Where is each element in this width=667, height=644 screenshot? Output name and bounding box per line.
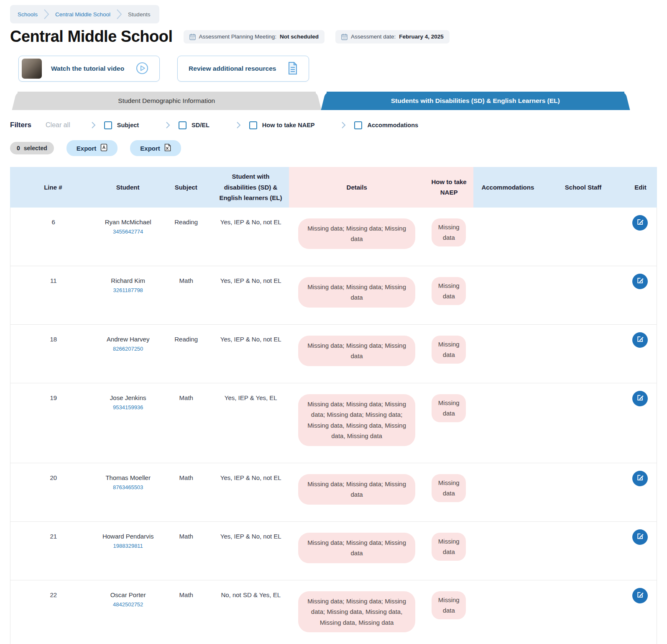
col-student: Student (96, 167, 160, 208)
col-school-staff: School Staff (542, 167, 624, 208)
student-id: 9534159936 (100, 404, 155, 411)
filter-accommodations: Accommodations (354, 121, 418, 129)
details-missing-data-pill: Missing data; Missing data; Missing data (298, 336, 415, 366)
subject-cell: Math (160, 463, 213, 521)
subject-cell: Math (160, 580, 213, 644)
naep-cell: Missing data (424, 383, 473, 463)
col-how-to-take-naep: How to take NAEP (425, 167, 473, 208)
student-name: Thomas Moeller (100, 474, 155, 481)
additional-resources-label: Review additional resources (189, 65, 276, 72)
naep-missing-data-pill: Missing data (432, 533, 466, 561)
table-row: 22 Oscar Porter 4842502752 Math No, not … (10, 580, 657, 644)
subject-cell: Math (160, 383, 213, 463)
details-cell: Missing data; Missing data; Missing data (289, 266, 424, 324)
details-cell: Missing data; Missing data; Missing data (289, 522, 424, 580)
tutorial-video-button[interactable]: Watch the tutorial video (18, 56, 160, 82)
edit-cell (624, 208, 657, 266)
details-missing-data-pill: Missing data; Missing data; Missing data (298, 277, 415, 308)
student-id: 3455642774 (100, 228, 155, 235)
breadcrumb-item-schools[interactable]: Schools (18, 11, 38, 18)
chevron-right-icon (91, 121, 96, 129)
details-missing-data-pill: Missing data; Missing data; Missing data… (298, 394, 415, 446)
details-cell: Missing data; Missing data; Missing data (289, 208, 424, 266)
edit-icon (636, 335, 644, 344)
student-id: 8266207250 (100, 346, 155, 352)
edit-row-button[interactable] (632, 471, 648, 486)
filter-sdel-checkbox[interactable] (179, 121, 187, 129)
tab-student-demographic-information[interactable]: Student Demographic Information (18, 92, 316, 110)
clear-all-filters-button[interactable]: Clear all (46, 121, 70, 129)
table-row: 11 Richard Kim 3261187798 Math Yes, IEP … (10, 266, 657, 324)
page: Schools Central Middle School Students C… (0, 0, 667, 644)
toolbar: 0 selected Export Export (10, 140, 657, 156)
accommodations-cell (473, 580, 542, 644)
student-name: Andrew Harvey (100, 336, 155, 343)
tab-label: Students with Disabilities (SD) & Englis… (391, 97, 560, 105)
accommodations-cell (473, 208, 542, 266)
breadcrumb-chevron-icon (43, 9, 49, 20)
edit-cell (624, 463, 657, 521)
filter-accommodations-checkbox[interactable] (354, 121, 362, 129)
edit-row-button[interactable] (632, 391, 648, 406)
filter-naep-checkbox[interactable] (249, 121, 257, 129)
accommodations-cell (473, 325, 542, 383)
document-icon (288, 62, 298, 76)
selected-count-badge: 0 selected (10, 142, 54, 154)
edit-icon (636, 591, 644, 600)
student-cell: Andrew Harvey 8266207250 (96, 325, 159, 383)
filter-sdel: SD/EL (179, 121, 210, 129)
naep-cell: Missing data (424, 463, 473, 521)
tab-sd-el[interactable]: Students with Disabilities (SD) & Englis… (327, 92, 625, 110)
excel-file-icon (164, 144, 171, 153)
table-header: Line # Student Subject Student with disa… (10, 167, 657, 208)
edit-row-button[interactable] (632, 588, 648, 603)
subject-cell: Math (160, 266, 213, 324)
page-title: Central Middle School (10, 28, 173, 46)
edit-row-button[interactable] (632, 274, 648, 289)
breadcrumb-item-school[interactable]: Central Middle School (55, 11, 110, 18)
table-row: 21 Howard Pendarvis 1988329811 Math Yes,… (10, 521, 657, 580)
breadcrumb-chevron-icon (116, 9, 122, 20)
tab-label: Student Demographic Information (118, 97, 215, 105)
edit-row-button[interactable] (632, 332, 648, 348)
student-cell: Jose Jenkins 9534159936 (96, 383, 159, 463)
naep-cell: Missing data (424, 325, 473, 383)
edit-row-button[interactable] (632, 215, 648, 231)
naep-missing-data-pill: Missing data (432, 336, 466, 364)
edit-cell (624, 580, 657, 644)
edit-cell (624, 383, 657, 463)
table-row: 18 Andrew Harvey 8266207250 Reading Yes,… (10, 324, 657, 383)
export-pdf-button[interactable]: Export (66, 140, 118, 156)
line-number-cell: 22 (10, 580, 96, 644)
tutorial-video-label: Watch the tutorial video (51, 65, 124, 72)
col-details: Details (289, 167, 425, 208)
details-cell: Missing data; Missing data; Missing data… (289, 580, 424, 644)
breadcrumb: Schools Central Middle School Students (10, 5, 159, 23)
col-line-number: Line # (10, 167, 96, 208)
play-icon (136, 62, 148, 76)
col-edit: Edit (624, 167, 657, 208)
line-number-cell: 6 (10, 208, 96, 266)
accommodations-cell (473, 463, 542, 521)
edit-cell (624, 325, 657, 383)
naep-missing-data-pill: Missing data (432, 394, 466, 422)
chevron-right-icon (236, 121, 241, 129)
assessment-date-label: Assessment date: (351, 33, 396, 40)
additional-resources-button[interactable]: Review additional resources (177, 56, 309, 82)
student-cell: Ryan McMichael 3455642774 (96, 208, 159, 266)
edit-row-button[interactable] (632, 529, 648, 545)
student-name: Jose Jenkins (100, 394, 155, 401)
naep-cell: Missing data (424, 580, 473, 644)
line-number-cell: 11 (10, 266, 96, 324)
export-excel-button[interactable]: Export (130, 140, 181, 156)
filter-subject: Subject (104, 121, 139, 129)
assessment-date-value: February 4, 2025 (399, 33, 444, 40)
filter-subject-checkbox[interactable] (104, 121, 112, 129)
school-staff-cell (542, 580, 624, 644)
details-missing-data-pill: Missing data; Missing data; Missing data (298, 474, 415, 505)
details-missing-data-pill: Missing data; Missing data; Missing data… (298, 591, 415, 633)
selected-label: selected (24, 145, 47, 151)
sd-el-cell: Yes, IEP & No, not EL (213, 325, 289, 383)
subject-cell: Reading (160, 325, 213, 383)
student-name: Oscar Porter (100, 591, 155, 598)
